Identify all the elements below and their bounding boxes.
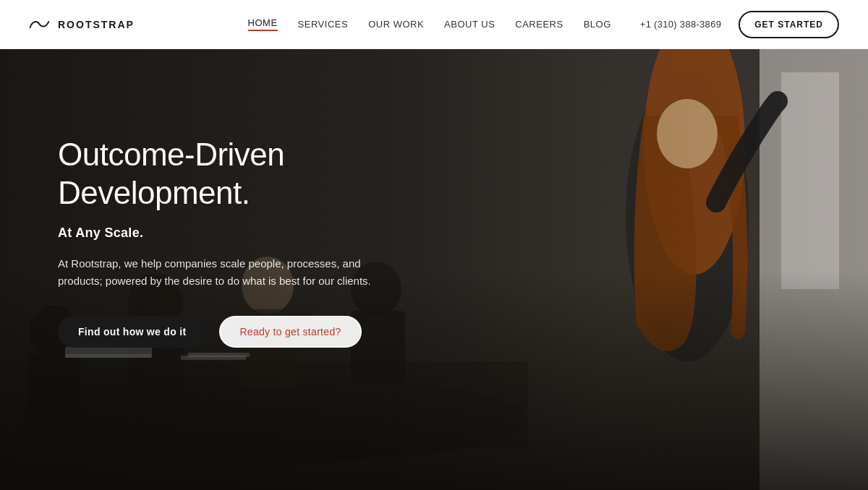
hero-content: Outcome-Driven Development. At Any Scale…	[0, 49, 868, 490]
find-out-button[interactable]: Find out how we do it	[58, 316, 206, 348]
hero-text-block: Outcome-Driven Development. At Any Scale…	[58, 136, 477, 348]
nav-link-services[interactable]: SERVICES	[298, 19, 349, 30]
logo[interactable]: ROOTSTRAP	[29, 18, 135, 31]
get-started-cta-button[interactable]: Ready to get started?	[219, 316, 361, 348]
nav-link-careers[interactable]: CAREERS	[515, 19, 563, 30]
nav-link-ourwork[interactable]: OUR WORK	[368, 19, 424, 30]
logo-text: ROOTSTRAP	[58, 19, 135, 30]
hero-description: At Rootstrap, we help companies scale pe…	[58, 255, 405, 290]
nav-link-aboutus[interactable]: ABOUT US	[444, 19, 495, 30]
hero-title: Outcome-Driven Development.	[58, 136, 477, 212]
hero-buttons: Find out how we do it Ready to get start…	[58, 316, 477, 348]
navbar: ROOTSTRAP HOME SERVICES OUR WORK ABOUT U…	[0, 0, 868, 49]
nav-links: HOME SERVICES OUR WORK ABOUT US CAREERS …	[248, 17, 611, 31]
hero-section: ROOTSTRAP HOME SERVICES OUR WORK ABOUT U…	[0, 0, 868, 490]
nav-phone: +1 (310) 388-3869	[640, 19, 721, 30]
nav-link-blog[interactable]: BLOG	[584, 19, 611, 30]
get-started-button[interactable]: GET STARTED	[739, 11, 839, 38]
logo-icon	[29, 18, 52, 31]
hero-subtitle: At Any Scale.	[58, 225, 477, 241]
nav-link-home[interactable]: HOME	[248, 17, 278, 31]
